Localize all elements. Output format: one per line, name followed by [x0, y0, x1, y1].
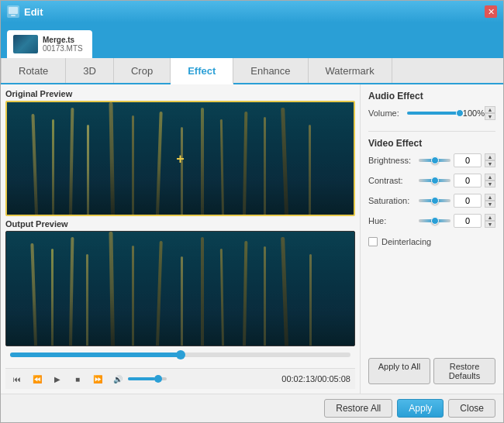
saturation-up-button[interactable]: ▲	[485, 194, 495, 201]
file-name-bottom: 00173.MTS	[43, 44, 83, 53]
tab-enhance[interactable]: Enhance	[233, 58, 308, 83]
tab-effect[interactable]: Effect	[171, 58, 233, 84]
file-thumbnail	[13, 35, 38, 53]
contrast-slider-area: ▲ ▼	[419, 174, 495, 187]
svg-rect-2	[11, 15, 16, 16]
brightness-down-button[interactable]: ▼	[485, 160, 495, 167]
crosshair-icon: +	[176, 150, 185, 167]
apply-to-all-button[interactable]: Apply to All	[368, 358, 430, 384]
deinterlacing-label: Deinterlacing	[381, 237, 431, 246]
hue-input[interactable]	[454, 214, 482, 228]
hue-down-button[interactable]: ▼	[485, 221, 495, 228]
hue-label: Hue:	[368, 216, 419, 225]
close-window-button[interactable]: ✕	[485, 5, 497, 18]
saturation-row: Saturation: ▲ ▼	[368, 194, 495, 208]
stop-button[interactable]: ■	[71, 372, 85, 386]
hue-slider-area: ▲ ▼	[419, 214, 495, 228]
controls-bar: ⏮ ⏪ ▶ ■ ⏩ 🔊 00:02:13/00:05:08	[5, 368, 355, 389]
tab-crop[interactable]: Crop	[114, 58, 171, 83]
left-panel: Original Preview	[1, 84, 360, 394]
brightness-label: Brightness:	[368, 156, 419, 165]
tab-rotate[interactable]: Rotate	[1, 58, 66, 83]
play-button[interactable]: ▶	[50, 372, 64, 386]
original-preview-section: Original Preview	[5, 89, 355, 216]
app-icon	[7, 5, 19, 18]
edit-window: Edit ✕ Merge.ts 00173.MTS Rotate 3D Crop…	[0, 0, 504, 423]
step-forward-button[interactable]: ⏩	[91, 372, 105, 386]
bottom-bar: Restore All Apply Close	[1, 394, 503, 422]
file-tab[interactable]: Merge.ts 00173.MTS	[7, 30, 92, 58]
volume-up-button[interactable]: ▲	[485, 106, 495, 113]
apply-button[interactable]: Apply	[397, 399, 444, 418]
file-info: Merge.ts 00173.MTS	[43, 36, 83, 53]
timeline-progress	[10, 352, 181, 357]
output-preview-label: Output Preview	[5, 219, 355, 229]
volume-value: 100%	[463, 108, 485, 118]
timeline-bar[interactable]	[10, 352, 350, 357]
deinterlacing-checkbox[interactable]	[368, 237, 378, 246]
volume-fill	[128, 377, 155, 380]
contrast-knob	[431, 177, 439, 184]
volume-fill-main	[407, 112, 460, 115]
volume-icon[interactable]: 🔊	[111, 372, 125, 386]
restore-defaults-button[interactable]: Restore Defaults	[433, 358, 495, 384]
title-bar: Edit ✕	[1, 1, 503, 22]
saturation-slider[interactable]	[419, 199, 450, 202]
audio-section-title: Audio Effect	[368, 91, 495, 101]
saturation-knob	[431, 197, 439, 205]
brightness-knob	[431, 156, 439, 164]
tab-bar: Rotate 3D Crop Effect Enhance Watermark	[1, 58, 503, 84]
timeline-area	[5, 349, 355, 365]
brightness-up-button[interactable]: ▲	[485, 153, 495, 160]
tab-watermark[interactable]: Watermark	[309, 58, 392, 83]
original-video-scene: +	[7, 102, 354, 215]
window-title: Edit	[24, 6, 485, 18]
hue-slider[interactable]	[419, 219, 450, 222]
close-button[interactable]: Close	[448, 399, 495, 418]
saturation-spin: ▲ ▼	[485, 194, 495, 208]
saturation-slider-area: ▲ ▼	[419, 194, 495, 208]
volume-down-button[interactable]: ▼	[485, 113, 495, 120]
original-preview-label: Original Preview	[5, 89, 355, 98]
video-section-title: Video Effect	[368, 138, 495, 149]
contrast-label: Contrast:	[368, 176, 419, 185]
volume-slider-main[interactable]	[407, 112, 460, 115]
svg-rect-1	[9, 7, 18, 14]
divider-1	[368, 131, 495, 132]
output-video-scene	[6, 232, 354, 346]
time-display: 00:02:13/00:05:08	[281, 374, 350, 383]
contrast-slider[interactable]	[419, 179, 450, 182]
original-preview-video: +	[5, 101, 355, 216]
volume-knob	[154, 375, 162, 383]
skip-back-button[interactable]: ⏮	[10, 372, 24, 386]
hue-knob	[431, 217, 439, 225]
hue-spin: ▲ ▼	[485, 214, 495, 228]
right-panel: Audio Effect Volume: 100% ▲ ▼ Video Effe…	[360, 84, 503, 394]
volume-area: 🔊	[111, 372, 167, 386]
step-back-button[interactable]: ⏪	[30, 372, 44, 386]
volume-spin: ▲ ▼	[485, 106, 495, 120]
saturation-label: Saturation:	[368, 196, 419, 205]
timeline-thumb[interactable]	[176, 350, 185, 359]
saturation-input[interactable]	[454, 194, 482, 208]
contrast-down-button[interactable]: ▼	[485, 181, 495, 187]
contrast-input[interactable]	[454, 174, 482, 187]
brightness-slider-area: ▲ ▼	[419, 153, 495, 167]
contrast-up-button[interactable]: ▲	[485, 174, 495, 181]
saturation-down-button[interactable]: ▼	[485, 201, 495, 208]
brightness-slider[interactable]	[419, 159, 450, 162]
contrast-row: Contrast: ▲ ▼	[368, 174, 495, 187]
file-name-top: Merge.ts	[43, 36, 83, 44]
hue-row: Hue: ▲ ▼	[368, 214, 495, 228]
output-preview-video	[5, 231, 355, 346]
volume-slider[interactable]	[128, 377, 167, 380]
output-preview-section: Output Preview	[5, 219, 355, 346]
volume-row: Volume: 100% ▲ ▼	[368, 106, 495, 120]
volume-knob-main	[456, 109, 464, 117]
tab-3d[interactable]: 3D	[66, 58, 114, 83]
restore-all-button[interactable]: Restore All	[324, 399, 392, 418]
hue-up-button[interactable]: ▲	[485, 214, 495, 221]
contrast-spin: ▲ ▼	[485, 174, 495, 187]
brightness-row: Brightness: ▲ ▼	[368, 153, 495, 167]
brightness-input[interactable]	[454, 153, 482, 167]
